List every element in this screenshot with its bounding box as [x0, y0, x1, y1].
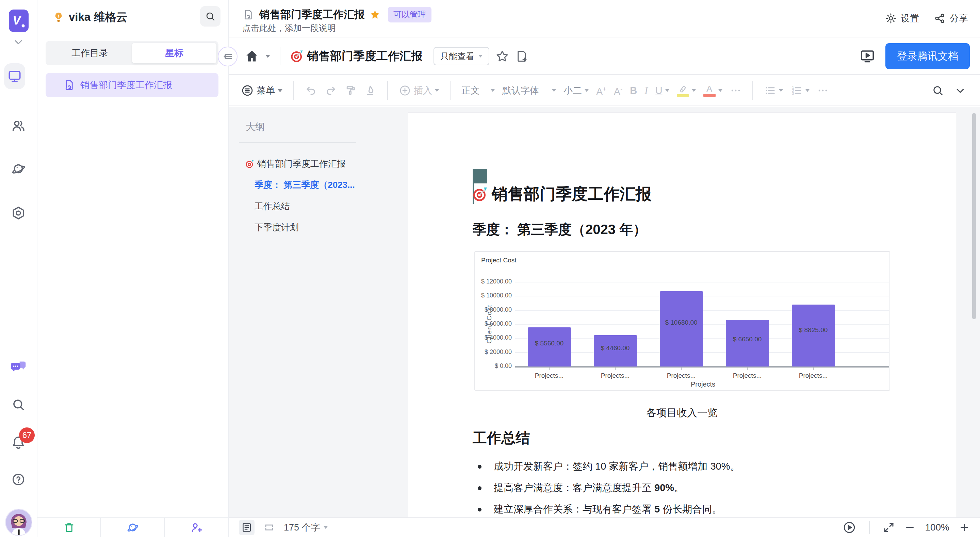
trash-button[interactable]	[37, 518, 100, 537]
rail-item-settings-hub[interactable]	[11, 206, 26, 220]
zoom-in-icon[interactable]	[959, 522, 970, 533]
numbered-list-button[interactable]: 1 2 3	[791, 84, 810, 97]
bullet-item[interactable]: 提高客户满意度：客户满意度提升至 90%。	[473, 481, 684, 495]
word-count[interactable]: 175 个字	[284, 521, 328, 534]
tab-starred[interactable]: 星标	[132, 43, 216, 63]
word-count-panel-button[interactable]	[239, 519, 255, 535]
home-caret-icon[interactable]	[266, 55, 270, 58]
find-in-doc-button[interactable]	[932, 84, 944, 97]
file-title-row: 销售部门季度工作汇报 可以管理	[242, 7, 431, 22]
rail-item-search[interactable]	[11, 397, 25, 412]
word-count-value: 175 个字	[284, 521, 320, 534]
vika-logo-icon: V	[11, 12, 26, 29]
chart-bar	[792, 304, 835, 366]
settings-button[interactable]: 设置	[885, 12, 919, 24]
font-decrease-button[interactable]: A-	[614, 84, 622, 97]
font-color-button[interactable]: A	[703, 84, 722, 97]
workspace-name[interactable]: vika 维格云	[52, 10, 127, 25]
rail-item-contacts[interactable]	[11, 118, 26, 134]
page-add-icon[interactable]	[515, 49, 529, 63]
view-mode-button[interactable]: 只能查看	[434, 47, 489, 65]
chart-x-category-label: Projects...	[780, 372, 846, 379]
highlight-color-swatch	[677, 94, 689, 97]
bullet-dot-icon	[478, 486, 482, 490]
chart-card[interactable]: Project Cost Client Cost Projects $ 0.00…	[474, 251, 890, 391]
workspace-switch-chevron[interactable]	[12, 36, 24, 48]
lightbulb-icon	[52, 11, 65, 24]
outline-item-plan[interactable]: 下季度计划	[255, 221, 299, 233]
numbered-list-icon: 1 2 3	[791, 84, 803, 97]
chart-x-category-label: Projects...	[516, 372, 582, 379]
rail-item-help[interactable]	[11, 472, 25, 487]
rail-item-chat[interactable]	[10, 359, 27, 375]
editor-toolbar: 菜单 插入 正文	[229, 76, 980, 106]
collapse-toolbar-button[interactable]	[954, 84, 966, 97]
font-increase-button[interactable]: A+	[596, 84, 606, 97]
collapse-sidebar-button[interactable]	[218, 47, 237, 66]
document-page[interactable]: 销售部门季度工作汇报 季度： 第三季度（2023 年） Project Cost…	[408, 112, 956, 517]
more-format-button[interactable]	[730, 85, 741, 96]
page-break-icon[interactable]	[263, 522, 275, 533]
avatar-image	[6, 510, 32, 535]
undo-button[interactable]	[305, 84, 317, 97]
outline-item-root[interactable]: 销售部门季度工作汇报	[245, 158, 346, 170]
presentation-play-icon[interactable]	[859, 48, 875, 64]
chart-y-tick-label: $ 10000.00	[475, 292, 512, 299]
bullet-item[interactable]: 建立深厚合作关系：与现有客户签署 5 份长期合同。	[473, 503, 722, 516]
rail-item-explore[interactable]	[11, 161, 26, 176]
redo-button[interactable]	[325, 84, 337, 97]
insert-button[interactable]: 插入	[399, 84, 439, 97]
clear-format-button[interactable]	[364, 84, 376, 97]
more-tools-button[interactable]	[817, 85, 829, 96]
outline-item-summary[interactable]: 工作总结	[255, 201, 290, 212]
caret-down-icon	[552, 89, 556, 92]
vika-logo[interactable]: V	[9, 10, 29, 32]
insert-label: 插入	[414, 84, 432, 97]
login-tencent-docs-button[interactable]: 登录腾讯文档	[885, 43, 970, 69]
underline-button[interactable]: U	[655, 86, 669, 96]
planet-icon	[11, 161, 26, 176]
chart-y-tick-label: $ 6000.00	[475, 320, 512, 327]
zoom-out-icon[interactable]	[904, 522, 915, 533]
fullscreen-icon[interactable]	[883, 521, 895, 534]
chart-caption[interactable]: 各项目收入一览	[408, 406, 956, 420]
format-painter-icon	[344, 84, 356, 97]
vertical-scrollbar[interactable]	[972, 113, 976, 319]
format-painter-button[interactable]	[344, 84, 356, 97]
doc-body-title[interactable]: 销售部门季度工作汇报	[472, 183, 652, 205]
bullet-list-button[interactable]	[764, 84, 783, 97]
bullet-item[interactable]: 成功开发新客户：签约 10 家新客户，销售额增加 30%。	[473, 460, 740, 473]
status-bar-right: 100%	[843, 521, 970, 534]
users-icon	[11, 118, 26, 134]
highlighter-icon	[678, 84, 688, 94]
doc-quarter-heading[interactable]: 季度： 第三季度（2023 年）	[473, 220, 646, 239]
bold-button[interactable]: B	[630, 86, 637, 96]
menu-button[interactable]: 菜单	[241, 84, 282, 97]
divider	[752, 81, 753, 100]
tab-catalog[interactable]: 工作目录	[48, 43, 132, 63]
zoom-level[interactable]: 100%	[925, 522, 950, 533]
invite-member-button[interactable]	[164, 518, 228, 537]
share-button[interactable]: 分享	[934, 12, 968, 24]
sidebar-item-doc[interactable]: 销售部门季度工作汇报	[46, 73, 218, 97]
highlight-color-button[interactable]	[677, 84, 696, 97]
outline-item-quarter[interactable]: 季度： 第三季度（2023...	[255, 179, 355, 191]
chart-bar-value: $ 5560.00	[517, 339, 582, 347]
template-center-button[interactable]	[100, 518, 164, 537]
font-family-select[interactable]: 默认字体	[502, 84, 556, 97]
star-outline-icon[interactable]	[495, 49, 509, 63]
user-avatar[interactable]	[5, 509, 32, 536]
ink-eraser-icon	[364, 84, 376, 97]
sidebar-search-button[interactable]	[200, 6, 221, 27]
play-circle-icon[interactable]	[843, 521, 856, 534]
doc-summary-heading[interactable]: 工作总结	[473, 429, 530, 448]
rail-item-workbench[interactable]	[4, 63, 25, 89]
chart-x-category-label: Projects...	[714, 372, 780, 379]
italic-button[interactable]: I	[644, 86, 648, 96]
home-icon[interactable]	[244, 49, 259, 64]
file-description-hint[interactable]: 点击此处，添加一段说明	[242, 22, 336, 34]
chart-title: Project Cost	[481, 257, 516, 264]
star-filled-icon[interactable]	[369, 9, 380, 20]
font-size-select[interactable]: 小二	[563, 84, 589, 97]
paragraph-style-select[interactable]: 正文	[461, 84, 495, 97]
